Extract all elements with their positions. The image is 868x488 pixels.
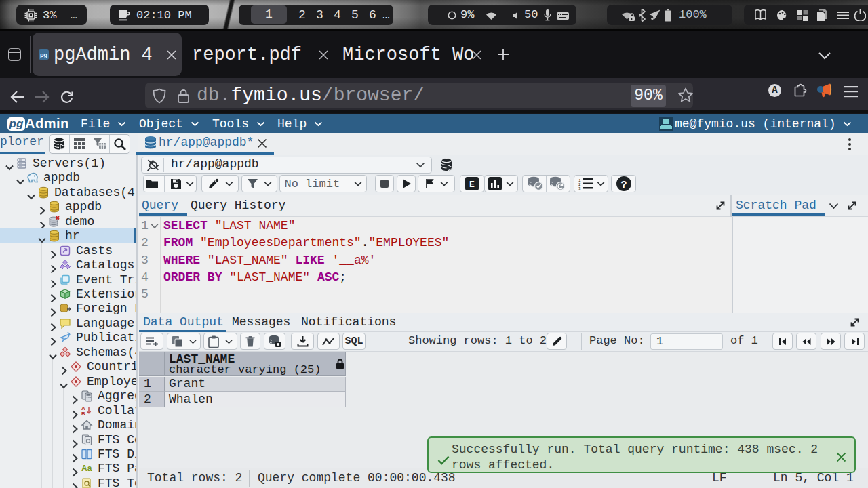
svg-text:?: ?	[620, 180, 627, 191]
svg-text:3: 3	[578, 186, 581, 190]
svg-text:pg: pg	[40, 52, 47, 58]
svg-text:E: E	[469, 180, 475, 190]
svg-text:B: B	[81, 411, 85, 417]
svg-text:Aa: Aa	[81, 464, 92, 473]
